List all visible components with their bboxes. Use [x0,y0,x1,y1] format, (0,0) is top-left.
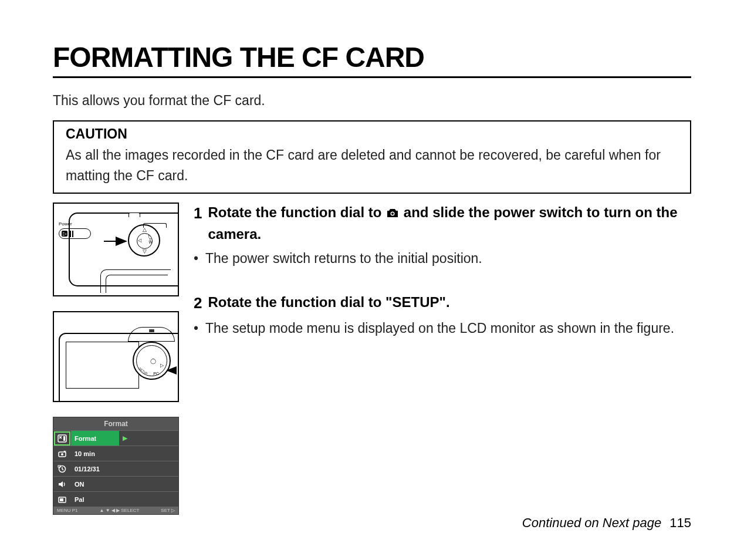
tv-icon [54,492,70,507]
menu-label: ON [71,477,119,491]
arrow-icon [166,366,177,375]
svg-rect-8 [60,498,63,501]
step-2-bullet: •The setup mode menu is displayed on the… [194,318,691,339]
step-1-bullet: •The power switch returns to the initial… [194,248,691,269]
svg-point-3 [61,453,63,456]
right-column: 1 Rotate the function dial to and slide … [194,203,691,515]
menu-label: 01/12/31 [71,461,119,476]
camera-top-diagram: |||||||||||||||||||||||||||| ◯ SETUP ▷ P… [53,311,179,402]
menu-arrow-icon: ▶ [119,434,131,442]
format-icon [54,431,70,446]
left-column: Power ▷ △ ▽ ◁ T T W ||||||||||||||||||||… [53,203,179,515]
step-number: 2 [194,292,202,313]
menu-label: Format [71,431,119,446]
svg-text:z: z [65,450,66,453]
lcd-menu-screenshot: Format Format ▶ z 10 min 01/12/31 [53,417,179,515]
svg-rect-1 [63,436,65,441]
caution-text: As all the images recorded in the CF car… [66,145,678,185]
clock-icon [54,462,70,476]
page-footer: Continued on Next page 115 [522,515,691,531]
menu-row-timer: z 10 min [53,446,178,461]
content-row: Power ▷ △ ▽ ◁ T T W ||||||||||||||||||||… [53,203,691,515]
menu-row-video: Pal [53,491,178,507]
intro-text: This allows you format the CF card. [53,93,691,109]
arrow-icon [116,237,127,246]
power-switch-graphic: ▷ [59,228,91,239]
menu-header: Format [53,417,178,430]
svg-point-10 [391,212,394,215]
timer-icon: z [54,447,70,461]
menu-footer: MENU P1 ▲ ▼ ◀ ▶ SELECT SET ▷ [53,507,178,514]
menu-row-sound: ON [53,476,178,491]
continued-text: Continued on Next page [522,515,661,530]
camera-back-diagram: Power ▷ △ ▽ ◁ T T W [53,203,179,296]
camera-mode-icon [385,204,400,224]
caution-box: CAUTION As all the images recorded in th… [53,120,691,194]
step-number: 1 [194,203,202,244]
mode-dial-graphic: ◯ SETUP ▷ PC [133,342,171,380]
menu-row-date: 01/12/31 [53,461,178,476]
menu-row-format: Format ▶ [53,430,178,446]
power-label: Power [59,221,72,227]
step-2-header: 2 Rotate the function dial to "SETUP". [194,292,691,313]
page-title: FORMATTING THE CF CARD [53,41,691,78]
menu-label: Pal [71,492,119,507]
step-1-header: 1 Rotate the function dial to and slide … [194,203,691,244]
speaker-icon [54,477,70,491]
menu-label: 10 min [71,446,119,461]
dpad-graphic: △ ▽ ◁ T [128,224,160,257]
caution-label: CAUTION [66,126,678,142]
page-number: 115 [669,515,691,530]
